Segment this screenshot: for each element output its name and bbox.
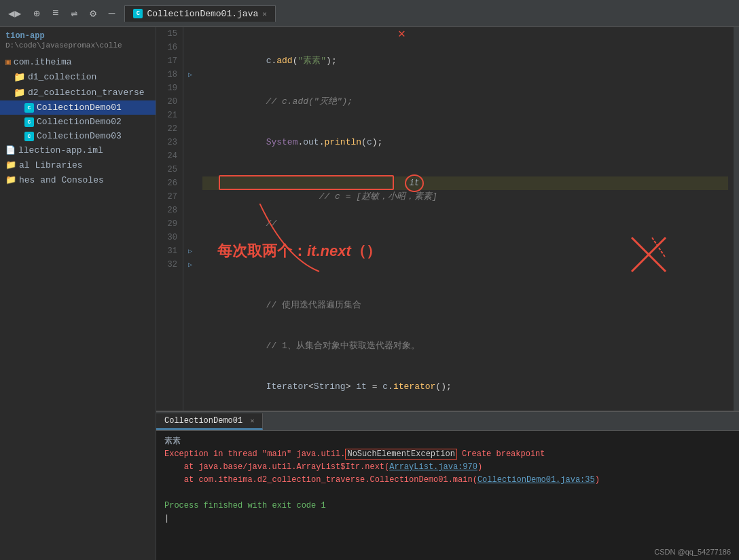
console-tab-bar: CollectionDemo01 ✕ (156, 412, 739, 431)
sidebar-item-package[interactable]: ▣ com.itheima (0, 54, 156, 69)
console-line-empty (164, 487, 731, 500)
folder-icon-d2: 📁 (14, 87, 25, 98)
tab-label: CollectionDemo01.java (147, 9, 258, 19)
gutter-31: ▷ (183, 244, 197, 258)
line-num-16: 16 (159, 41, 177, 54)
line-num-24: 24 (159, 149, 177, 163)
gutter-27 (183, 190, 197, 204)
console-line-normal: 素素 (164, 435, 731, 448)
gutter-16 (183, 41, 197, 54)
sidebar-consoles-label: hes and Consoles (19, 175, 104, 185)
line-num-27: 27 (159, 190, 177, 204)
sidebar-d2-label: d2_collection_traverse (28, 88, 145, 98)
sidebar-libraries-label: al Libraries (19, 160, 83, 170)
gutter-29 (183, 217, 197, 231)
line-num-26: 26 (159, 176, 177, 190)
line-num-22: 22 (159, 122, 177, 136)
sidebar-item-demo02[interactable]: C CollectionDemo02 (0, 115, 156, 129)
big-annotation-text: 每次取两个：it.next（） (217, 244, 381, 258)
line-num-30: 30 (159, 231, 177, 244)
file-tab-collectiondemo01[interactable]: C CollectionDemo01.java ✕ (124, 5, 275, 22)
gutter-17 (183, 54, 197, 68)
sidebar-item-libraries[interactable]: 📁 al Libraries (0, 157, 156, 172)
demo-link[interactable]: CollectionDemo01.java:35 (477, 475, 595, 485)
it-label: it (410, 176, 419, 190)
java-icon-demo02: C (24, 117, 34, 127)
tab-bar: C CollectionDemo01.java ✕ (124, 5, 734, 22)
toolbar: ◀▶ ⊕ ≡ ⇌ ⚙ — C CollectionDemo01.java ✕ (0, 0, 739, 27)
line-num-31: 31 (159, 244, 177, 258)
sidebar-item-iml[interactable]: 📄 llection-app.iml (0, 143, 156, 157)
sidebar-demo01-label: CollectionDemo01 (37, 102, 122, 113)
console-tab-close[interactable]: ✕ (250, 417, 254, 425)
code-line-17: System.out.println(c); (202, 136, 728, 149)
exception-link[interactable]: NoSuchElementException (345, 449, 456, 460)
line-num-23: 23 (159, 136, 177, 149)
watermark: CSDN @qq_54277186 (654, 548, 731, 556)
swap-btn[interactable]: ⇌ (69, 5, 81, 22)
gutter-21 (183, 109, 197, 122)
sidebar-item-d1[interactable]: 📁 d1_collection (0, 69, 156, 85)
x-mark-top: ✕ (398, 27, 405, 41)
settings-btn[interactable]: ⚙ (87, 5, 99, 22)
consoles-icon: 📁 (5, 174, 16, 185)
align-btn[interactable]: ≡ (50, 6, 62, 21)
project-name: tion-app (5, 31, 45, 41)
folder-icon: 📁 (14, 71, 25, 83)
libraries-icon: 📁 (5, 160, 16, 170)
console-line-stack2: at com.itheima.d2_collection_traverse.Co… (164, 474, 731, 487)
sidebar-item-demo01[interactable]: C CollectionDemo01 (0, 100, 156, 115)
gutter-23 (183, 136, 197, 149)
code-line-22: // 1、从集合对象中获取迭代器对象。 (202, 339, 728, 353)
project-header: tion-app D:\code\javasepromax\colle (0, 27, 156, 54)
console-line-error: Exception in thread "main" java.util.NoS… (164, 448, 731, 461)
annotation-box-18 (219, 175, 394, 190)
sidebar-item-demo03[interactable]: C CollectionDemo03 (0, 129, 156, 143)
minus-btn[interactable]: — (106, 6, 118, 21)
code-editor[interactable]: 15 16 17 18 19 20 21 22 23 24 25 26 27 2… (156, 27, 739, 411)
line-num-25: 25 (159, 163, 177, 176)
line-numbers: 15 16 17 18 19 20 21 22 23 24 25 26 27 2… (156, 27, 183, 411)
sidebar: tion-app D:\code\javasepromax\colle ▣ co… (0, 27, 156, 560)
project-path: D:\code\javasepromax\colle (5, 41, 122, 50)
console-cursor: | (164, 512, 731, 525)
gutter: ▷ ▷ ▷ (183, 27, 197, 411)
sidebar-item-consoles[interactable]: 📁 hes and Consoles (0, 172, 156, 187)
code-content[interactable]: c.add("素素"); // c.add("灭绝"); System.out.… (197, 27, 734, 411)
java-icon-demo03: C (24, 132, 34, 141)
gutter-30 (183, 231, 197, 244)
line-num-15: 15 (159, 27, 177, 41)
scrollbar[interactable] (734, 27, 739, 411)
code-line-15: c.add("素素"); (202, 54, 728, 68)
line-num-29: 29 (159, 217, 177, 231)
line-num-28: 28 (159, 204, 177, 217)
line-num-20: 20 (159, 95, 177, 109)
sidebar-iml-label: llection-app.iml (18, 145, 103, 155)
line-num-21: 21 (159, 109, 177, 122)
x-arrow-annotation (572, 217, 679, 303)
package-icon: ▣ (5, 56, 11, 67)
code-line-18: // c = [赵敏，小昭，素素] it (202, 176, 728, 190)
java-icon-demo01: C (24, 103, 34, 113)
gutter-15 (183, 27, 197, 41)
tab-close-icon[interactable]: ✕ (262, 10, 267, 18)
console-line-exit: Process finished with exit code 1 (164, 500, 731, 512)
iml-icon: 📄 (5, 145, 16, 155)
gutter-19 (183, 81, 197, 95)
gutter-32: ▷ (183, 258, 197, 272)
console-tab-label: CollectionDemo01 (164, 416, 242, 426)
arraylist-link[interactable]: ArrayList.java:970 (389, 462, 477, 472)
line-num-18: 18 (159, 68, 177, 81)
sidebar-item-d2[interactable]: 📁 d2_collection_traverse (0, 85, 156, 100)
gutter-25 (183, 163, 197, 176)
sidebar-package-label: com.itheima (14, 57, 72, 67)
add-btn[interactable]: ⊕ (31, 5, 43, 22)
console-line-stack1: at java.base/java.util.ArrayList$Itr.nex… (164, 461, 731, 474)
back-forward-btn[interactable]: ◀▶ (5, 5, 24, 22)
gutter-26 (183, 176, 197, 190)
console-tab-main[interactable]: CollectionDemo01 ✕ (156, 413, 263, 430)
code-line-23: Iterator<String> it = c.iterator(); (202, 380, 728, 394)
main-layout: tion-app D:\code\javasepromax\colle ▣ co… (0, 27, 739, 560)
annotation-circle-it: it (405, 174, 424, 192)
gutter-28 (183, 204, 197, 217)
